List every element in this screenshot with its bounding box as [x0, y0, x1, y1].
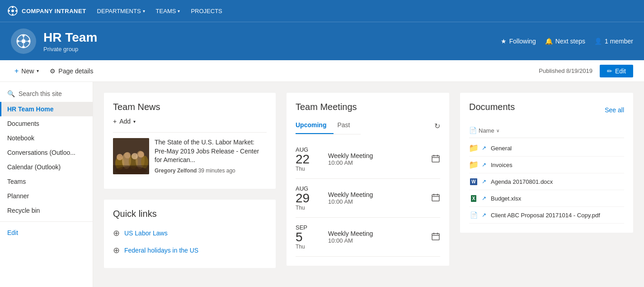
- svg-point-3: [12, 14, 14, 15]
- chevron-down-icon: ▾: [178, 9, 180, 14]
- news-content: The State of the U.S. Labor Market: Pre-…: [155, 138, 267, 174]
- site-logo[interactable]: COMPANY INTRANET: [7, 5, 86, 16]
- nav-teams[interactable]: TEAMS ▾: [156, 8, 180, 14]
- nav-projects[interactable]: PROJECTS: [191, 8, 222, 14]
- doc-row-pdf[interactable]: 📄 ↗ Client ABC Proposal 20171014 - Copy.…: [469, 207, 624, 224]
- edit-icon: ✏: [607, 67, 612, 75]
- doc-row-invoices[interactable]: 📁 ↗ Invoices: [469, 157, 624, 173]
- documents-section: Documents See all 📄 Name ∨ 📁 ↗ General: [460, 93, 633, 233]
- sidebar-item-calendar[interactable]: Calendar (Outlook): [0, 160, 93, 174]
- chevron-down-icon: ▾: [37, 68, 39, 73]
- sidebar-item-conversations[interactable]: Conversations (Outloo...: [0, 145, 93, 160]
- sidebar: 🔍 Search this site HR Team Home Document…: [0, 82, 93, 287]
- svg-point-1: [11, 10, 14, 12]
- globe-icon: ⊕: [113, 228, 120, 238]
- site-title: HR Team: [43, 30, 97, 45]
- following-button[interactable]: ★ Following: [501, 38, 536, 45]
- doc-row-agenda[interactable]: W ↗ Agenda 20170801.docx: [469, 173, 624, 190]
- sidebar-item-notebook[interactable]: Notebook: [0, 131, 93, 145]
- meeting-date: Aug 22 Thu: [296, 146, 323, 172]
- meeting-actions-icon[interactable]: [431, 232, 440, 243]
- quick-link-item[interactable]: ⊕ Federal holidays in the US: [113, 242, 267, 259]
- add-news-button[interactable]: + Add ▾: [113, 118, 267, 125]
- meeting-date: Sep 5 Thu: [296, 224, 323, 250]
- svg-point-2: [12, 6, 14, 8]
- news-author: Gregory Zelfond: [155, 167, 197, 174]
- quick-links-section: Quick links ⊕ US Labor Laws ⊕ Federal ho…: [104, 200, 276, 268]
- svg-point-26: [138, 151, 144, 158]
- meeting-actions-icon[interactable]: [431, 193, 440, 204]
- search-icon: 🔍: [7, 90, 15, 97]
- svg-point-11: [28, 40, 30, 42]
- tab-upcoming[interactable]: Upcoming: [296, 118, 334, 134]
- documents-title: Documents: [469, 102, 515, 112]
- site-header-info: HR Team Private group: [43, 30, 97, 53]
- meeting-info: Weekly Meeting 10:00 AM: [328, 191, 431, 205]
- meetings-tab-bar: Upcoming Past ↻: [296, 118, 440, 134]
- news-item[interactable]: The State of the U.S. Labor Market: Pre-…: [113, 132, 267, 180]
- quick-link-item[interactable]: ⊕ US Labor Laws: [113, 225, 267, 242]
- svg-rect-32: [432, 195, 439, 201]
- toolbar: + New ▾ ⚙ Page details Published 8/19/20…: [0, 60, 644, 82]
- see-all-link[interactable]: See all: [605, 106, 624, 114]
- pdf-icon: 📄: [469, 210, 478, 220]
- svg-point-7: [22, 39, 26, 43]
- main-layout: 🔍 Search this site HR Team Home Document…: [0, 82, 644, 287]
- person-icon: 👤: [594, 38, 602, 45]
- nav-departments[interactable]: DEPARTMENTS ▾: [97, 8, 145, 14]
- star-icon: ★: [501, 38, 507, 45]
- sidebar-item-documents[interactable]: Documents: [0, 116, 93, 131]
- panel-right: Documents See all 📄 Name ∨ 📁 ↗ General: [460, 93, 633, 278]
- search-input[interactable]: 🔍 Search this site: [0, 86, 93, 102]
- folder-icon: 📁: [469, 160, 478, 169]
- page-details-button[interactable]: ⚙ Page details: [50, 67, 93, 75]
- meetings-tabs: Upcoming Past: [296, 118, 361, 134]
- svg-point-25: [132, 153, 138, 159]
- word-icon: W: [469, 177, 478, 186]
- sidebar-item-teams[interactable]: Teams: [0, 174, 93, 189]
- link-icon: ↗: [482, 145, 486, 151]
- sidebar-item-recycle-bin[interactable]: Recycle bin: [0, 203, 93, 218]
- plus-icon: +: [113, 118, 117, 125]
- docs-name-header: 📄 Name ∨: [469, 125, 624, 138]
- meeting-row: Aug 22 Thu Weekly Meeting 10:00 AM: [296, 140, 440, 179]
- sidebar-item-hr-team-home[interactable]: HR Team Home: [0, 102, 93, 116]
- next-steps-button[interactable]: 🔔 Next steps: [545, 38, 585, 45]
- meeting-info: Weekly Meeting 10:00 AM: [328, 152, 431, 166]
- site-header-icon: [11, 29, 36, 54]
- new-button[interactable]: + New ▾: [11, 65, 42, 77]
- meeting-info: Weekly Meeting 10:00 AM: [328, 230, 431, 244]
- link-icon: ↗: [482, 178, 486, 185]
- toolbar-right: Published 8/19/2019 ✏ Edit: [539, 65, 633, 77]
- docs-header: Documents See all: [469, 102, 624, 118]
- svg-point-4: [8, 10, 10, 12]
- tab-past[interactable]: Past: [337, 118, 357, 134]
- edit-button[interactable]: ✏ Edit: [600, 65, 633, 77]
- doc-row-budget[interactable]: X ↗ Budget.xlsx: [469, 190, 624, 207]
- site-header-left: HR Team Private group: [11, 29, 97, 54]
- meeting-row: Aug 29 Thu Weekly Meeting 10:00 AM: [296, 179, 440, 218]
- sidebar-divider: [0, 221, 93, 222]
- team-news-title: Team News: [113, 102, 267, 112]
- news-thumbnail: [113, 138, 149, 174]
- link-icon: ↗: [482, 212, 486, 218]
- globe-icon: ⊕: [113, 245, 120, 255]
- top-navigation: COMPANY INTRANET DEPARTMENTS ▾ TEAMS ▾ P…: [0, 0, 644, 22]
- meeting-date: Aug 29 Thu: [296, 185, 323, 211]
- meeting-actions-icon[interactable]: [431, 154, 440, 165]
- svg-point-8: [22, 34, 24, 37]
- svg-point-23: [117, 154, 123, 160]
- team-news-section: Team News + Add ▾: [104, 93, 276, 189]
- site-header-right: ★ Following 🔔 Next steps 👤 1 member: [501, 38, 633, 45]
- link-icon: ↗: [482, 162, 486, 168]
- team-meetings-title: Team Meetings: [296, 102, 440, 112]
- sidebar-item-edit[interactable]: Edit: [0, 225, 93, 240]
- content-area: Team News + Add ▾: [93, 82, 644, 287]
- sidebar-item-planner[interactable]: Planner: [0, 189, 93, 203]
- member-count: 👤 1 member: [594, 38, 633, 45]
- refresh-icon[interactable]: ↻: [434, 122, 440, 130]
- svg-rect-36: [432, 234, 439, 240]
- svg-point-10: [17, 40, 19, 42]
- doc-row-general[interactable]: 📁 ↗ General: [469, 140, 624, 157]
- chevron-down-icon: ∨: [496, 128, 499, 133]
